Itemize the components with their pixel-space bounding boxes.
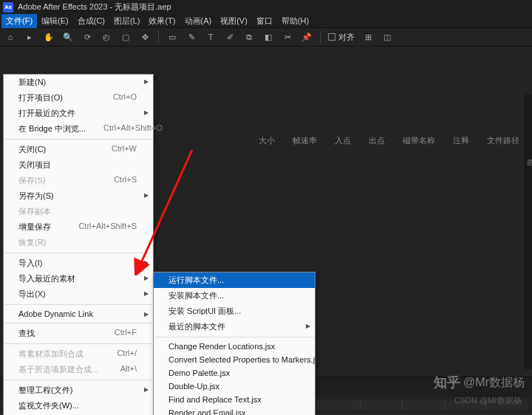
puppet-tool-icon[interactable]: 📌 xyxy=(301,31,313,43)
window-title: Adobe After Effects 2023 - 无标题项目.aep xyxy=(18,1,171,13)
brush-tool-icon[interactable]: ✐ xyxy=(224,31,236,43)
menu-bar: 文件(F) 编辑(E) 合成(C) 图层(L) 效果(T) 动画(A) 视图(V… xyxy=(0,14,532,27)
file-menu-dropdown: 新建(N)打开项目(O)Ctrl+O打开最近的文件在 Bridge 中浏览...… xyxy=(3,74,154,415)
toolbar-divider xyxy=(158,31,159,43)
menu-item-label: 保存(S) xyxy=(18,175,46,186)
script-menu-item[interactable]: Convert Selected Properties to Markers.j… xyxy=(154,353,315,366)
menu-separator xyxy=(4,343,152,344)
menu-item-shortcut: Ctrl+/ xyxy=(117,349,137,360)
file-menu-item[interactable]: 监视文件夹(W)... xyxy=(4,398,153,414)
snap-toggle[interactable]: 对齐 xyxy=(328,32,355,43)
watermark-csdn: CSDN @Mr数据杨 xyxy=(454,395,522,406)
menu-item-label: 增量保存 xyxy=(18,222,51,233)
mask-icon[interactable]: ◫ xyxy=(381,31,393,43)
file-menu-item[interactable]: 在 Bridge 中浏览...Ctrl+Alt+Shift+O xyxy=(4,121,153,137)
grid-icon[interactable]: ⊞ xyxy=(362,31,374,43)
home-icon[interactable]: ⌂ xyxy=(4,31,16,43)
file-menu-item[interactable]: 增量保存Ctrl+Alt+Shift+S xyxy=(4,219,153,235)
anchor-tool-icon[interactable]: ✥ xyxy=(139,31,151,43)
menu-item-label: 打开项目(O) xyxy=(18,92,63,103)
orbit-tool-icon[interactable]: ⟳ xyxy=(81,31,93,43)
menu-item-label: 在 Bridge 中浏览... xyxy=(18,123,86,134)
snap-label: 对齐 xyxy=(338,32,355,43)
eraser-tool-icon[interactable]: ◧ xyxy=(262,31,274,43)
file-menu-item[interactable]: 整理工程(文件) xyxy=(4,383,153,398)
camera-tool-icon[interactable]: ▢ xyxy=(120,31,132,43)
menu-item-label: Adobe Dynamic Link xyxy=(18,309,93,318)
menu-edit[interactable]: 编辑(E) xyxy=(37,14,73,28)
file-menu-item[interactable]: Adobe Dynamic Link xyxy=(4,307,153,320)
rotate-tool-icon[interactable]: ◴ xyxy=(100,31,112,43)
script-menu-item[interactable]: 运行脚本文件... xyxy=(154,272,315,288)
script-menu-item[interactable]: Find and Replace Text.jsx xyxy=(154,393,315,406)
menu-item-label: 导入最近的素材 xyxy=(18,273,75,284)
menu-file[interactable]: 文件(F) xyxy=(1,14,37,28)
menu-animation[interactable]: 动画(A) xyxy=(180,14,216,28)
menu-item-label: 整理工程(文件) xyxy=(18,385,72,396)
col-filepath: 文件路径 xyxy=(487,135,519,146)
menu-item-label: 查找 xyxy=(18,328,35,339)
roto-tool-icon[interactable]: ✂ xyxy=(282,31,293,43)
watermark-text: 知乎 xyxy=(434,374,460,391)
file-menu-item[interactable]: 关闭(C)Ctrl+W xyxy=(4,142,153,157)
col-framerate: 帧速率 xyxy=(293,135,317,146)
watermark-text: @Mr数据杨 xyxy=(463,375,525,391)
selection-tool-icon[interactable]: ▸ xyxy=(24,31,35,43)
menu-help[interactable]: 帮助(H) xyxy=(277,14,313,28)
clone-tool-icon[interactable]: ⧉ xyxy=(243,31,255,43)
menu-view[interactable]: 视图(V) xyxy=(216,14,252,28)
watermark-zhihu: 知乎 @Mr数据杨 xyxy=(434,374,525,391)
script-menu-item[interactable]: Render and Email.jsx xyxy=(154,406,315,415)
menu-item-label: 保存副本 xyxy=(18,206,51,217)
menu-item-label: Change Render Locations.jsx xyxy=(168,342,275,351)
script-menu-item[interactable]: Double-Up.jsx xyxy=(154,380,315,393)
col-tapename: 磁带名称 xyxy=(403,135,435,146)
menu-separator xyxy=(4,380,152,380)
file-menu-item[interactable]: 打开项目(O)Ctrl+O xyxy=(4,90,153,106)
title-bar: Ae Adobe After Effects 2023 - 无标题项目.aep xyxy=(0,0,532,14)
menu-item-label: 最近的脚本文件 xyxy=(168,321,225,332)
script-menu-item[interactable]: 安装 ScriptUI 面板... xyxy=(154,303,315,319)
menu-separator xyxy=(4,323,152,323)
pen-tool-icon[interactable]: ✎ xyxy=(185,31,197,43)
script-menu-item[interactable]: Change Render Locations.jsx xyxy=(154,340,315,353)
menu-item-label: 导入(I) xyxy=(18,258,42,269)
file-menu-item: 保存副本 xyxy=(4,204,153,219)
col-size: 大小 xyxy=(259,135,275,146)
script-menu-item[interactable]: Demo Palette.jsx xyxy=(154,366,315,380)
menu-item-shortcut: Ctrl+O xyxy=(113,92,137,103)
menu-window[interactable]: 窗口 xyxy=(252,14,277,28)
file-menu-item[interactable]: 导入最近的素材 xyxy=(4,271,153,287)
script-submenu-dropdown: 运行脚本文件...安装脚本文件...安装 ScriptUI 面板...最近的脚本… xyxy=(153,272,316,415)
zoom-tool-icon[interactable]: 🔍 xyxy=(62,31,74,43)
right-panel-edge[interactable]: 信息 xyxy=(525,95,532,369)
file-menu-item[interactable]: 新建(N) xyxy=(4,75,153,90)
menu-item-shortcut: Ctrl+S xyxy=(114,175,137,186)
menu-item-label: Find and Replace Text.jsx xyxy=(168,395,262,404)
file-menu-item: 保存(S)Ctrl+S xyxy=(4,173,153,188)
menu-item-shortcut: Ctrl+Alt+Shift+S xyxy=(78,222,137,233)
file-menu-item[interactable]: 关闭项目 xyxy=(4,157,153,173)
script-menu-item[interactable]: 最近的脚本文件 xyxy=(154,319,315,335)
menu-item-label: 安装 ScriptUI 面板... xyxy=(168,306,241,317)
shape-tool-icon[interactable]: ▭ xyxy=(166,31,178,43)
file-menu-item[interactable]: 导出(X) xyxy=(4,287,153,302)
file-menu-item[interactable]: 另存为(S) xyxy=(4,188,153,204)
file-menu-item[interactable]: 打开最近的文件 xyxy=(4,106,153,121)
menu-item-label: 另存为(S) xyxy=(18,191,54,202)
toolbar: ⌂ ▸ ✋ 🔍 ⟳ ◴ ▢ ✥ ▭ ✎ T ✐ ⧉ ◧ ✂ 📌 对齐 ⊞ ◫ xyxy=(0,27,532,47)
menu-item-shortcut: Ctrl+F xyxy=(115,328,137,339)
text-tool-icon[interactable]: T xyxy=(205,31,216,43)
script-menu-item[interactable]: 安装脚本文件... xyxy=(154,288,315,303)
menu-composition[interactable]: 合成(C) xyxy=(73,14,109,28)
file-menu-item[interactable]: 导入(I) xyxy=(4,255,153,271)
col-inpoint: 入点 xyxy=(335,135,351,146)
hand-tool-icon[interactable]: ✋ xyxy=(43,31,55,43)
file-menu-item[interactable]: 查找Ctrl+F xyxy=(4,326,153,341)
menu-item-label: Convert Selected Properties to Markers.j… xyxy=(168,355,323,364)
menu-effect[interactable]: 效果(T) xyxy=(144,14,180,28)
menu-layer[interactable]: 图层(L) xyxy=(109,14,144,28)
menu-separator xyxy=(4,253,152,253)
menu-separator xyxy=(4,139,152,140)
menu-item-label: 新建(N) xyxy=(18,77,46,88)
